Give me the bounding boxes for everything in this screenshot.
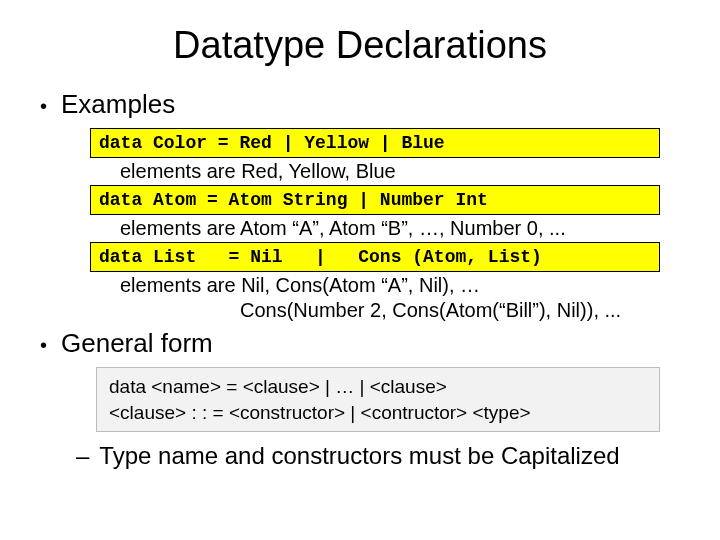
general-form-bullet: • General form: [40, 328, 680, 359]
general-form-note: Type name and constructors must be Capit…: [99, 442, 619, 470]
examples-bullet: • Examples: [40, 89, 680, 120]
desc-color: elements are Red, Yellow, Blue: [120, 160, 680, 183]
dash-icon: –: [76, 442, 89, 470]
desc-list-line2: Cons(Number 2, Cons(Atom(“Bill”), Nil)),…: [240, 299, 680, 322]
general-form-box: data <name> = <clause> | … | <clause> <c…: [96, 367, 660, 432]
page-title: Datatype Declarations: [40, 24, 680, 67]
general-form-heading: General form: [61, 328, 213, 359]
slide: Datatype Declarations • Examples data Co…: [0, 0, 720, 540]
code-example-list: data List = Nil | Cons (Atom, List): [90, 242, 660, 272]
gf-line1: data <name> = <clause> | … | <clause>: [109, 374, 647, 400]
bullet-icon: •: [40, 335, 47, 355]
bullet-icon: •: [40, 96, 47, 116]
examples-heading: Examples: [61, 89, 175, 120]
gf-line2: <clause> : : = <constructor> | <contruct…: [109, 400, 647, 426]
code-example-color: data Color = Red | Yellow | Blue: [90, 128, 660, 158]
code-example-atom: data Atom = Atom String | Number Int: [90, 185, 660, 215]
general-form-note-line: – Type name and constructors must be Cap…: [76, 442, 680, 470]
desc-list-line1: elements are Nil, Cons(Atom “A”, Nil), …: [120, 274, 680, 297]
desc-atom: elements are Atom “A”, Atom “B”, …, Numb…: [120, 217, 680, 240]
